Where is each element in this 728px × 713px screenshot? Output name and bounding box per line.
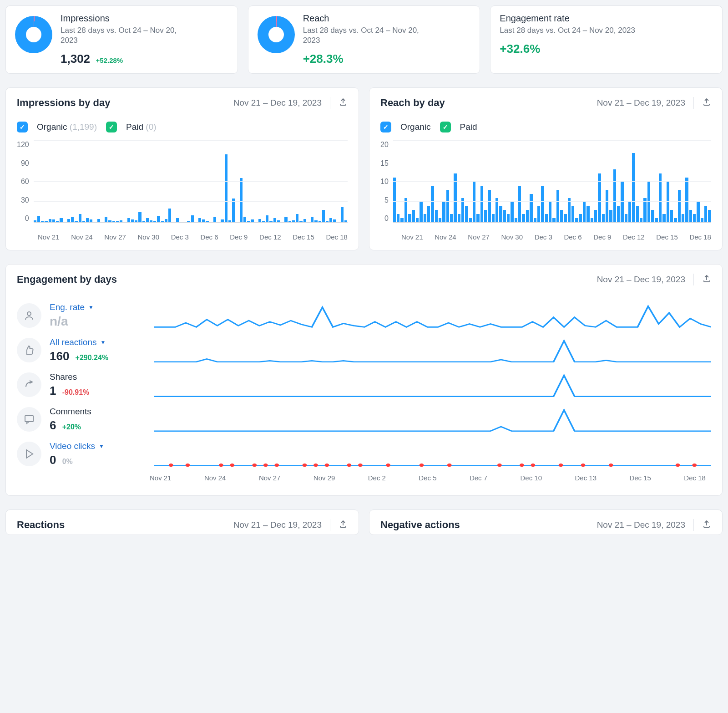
svg-point-18 <box>520 463 524 467</box>
svg-point-20 <box>559 463 563 467</box>
video-icon <box>17 442 41 466</box>
panel-reactions: Reactions Nov 21 – Dec 19, 2023 <box>5 509 359 535</box>
svg-point-13 <box>358 463 363 467</box>
svg-point-22 <box>609 463 613 467</box>
metric-delta: +20% <box>62 423 81 431</box>
date-range: Nov 21 – Dec 19, 2023 <box>233 520 322 530</box>
checkbox-paid[interactable]: ✓ <box>106 122 117 132</box>
rate-icon <box>17 303 41 328</box>
export-icon[interactable] <box>339 519 348 530</box>
svg-point-21 <box>581 463 586 467</box>
divider <box>693 519 694 531</box>
chart-legend: ✓ Organic ✓ Paid <box>380 122 711 132</box>
shares-icon <box>17 372 41 397</box>
metric-label: Comments <box>50 407 91 417</box>
checkbox-organic[interactable]: ✓ <box>17 122 28 132</box>
kpi-title: Impressions <box>61 13 188 24</box>
legend-paid: Paid <box>126 122 143 132</box>
export-icon[interactable] <box>339 97 348 108</box>
metric-value: 160 +290.24% <box>50 349 108 363</box>
date-range: Nov 21 – Dec 19, 2023 <box>233 98 322 108</box>
svg-point-2 <box>169 463 173 467</box>
metric-label[interactable]: Video clicks▼ <box>50 441 104 451</box>
metric-label[interactable]: All reactions▼ <box>50 337 108 347</box>
legend-organic: Organic <box>37 122 67 132</box>
checkbox-paid[interactable]: ✓ <box>440 122 451 132</box>
divider <box>330 97 330 109</box>
panel-title: Negative actions <box>380 519 460 531</box>
svg-point-14 <box>386 463 390 467</box>
kpi-value: +32.6% <box>500 42 540 56</box>
svg-point-10 <box>313 463 318 467</box>
sparkline-video <box>154 440 711 468</box>
sparkline-shares <box>154 371 711 398</box>
svg-point-5 <box>230 463 234 467</box>
kpi-title: Engagement rate <box>500 13 635 24</box>
svg-point-15 <box>420 463 424 467</box>
kpi-row: Impressions Last 28 days vs. Oct 24 – No… <box>5 5 723 74</box>
legend-paid: Paid <box>460 122 477 132</box>
comments-icon <box>17 407 41 432</box>
panel-title: Engagement by days <box>17 274 117 285</box>
divider <box>693 274 694 285</box>
metric-delta: +290.24% <box>76 354 109 362</box>
date-range: Nov 21 – Dec 19, 2023 <box>597 275 685 285</box>
metric-value: n/a <box>50 314 94 329</box>
sparkline-react <box>154 336 711 364</box>
legend-organic: Organic <box>400 122 431 132</box>
metric-delta: 0% <box>62 458 73 465</box>
kpi-title: Reach <box>303 13 430 24</box>
panel-impressions-by-day: Impressions by day Nov 21 – Dec 19, 2023… <box>5 87 359 250</box>
chevron-down-icon: ▼ <box>88 304 94 311</box>
metric-label: Shares <box>50 372 89 382</box>
metric-label[interactable]: Eng. rate▼ <box>50 302 94 312</box>
svg-point-17 <box>497 463 502 467</box>
chevron-down-icon: ▼ <box>101 339 106 346</box>
kpi-reach[interactable]: Reach Last 28 days vs. Oct 24 – Nov 20, … <box>248 5 480 74</box>
chart-legend: ✓ Organic (1,199) ✓ Paid (0) <box>17 122 348 132</box>
svg-point-4 <box>219 463 223 467</box>
kpi-subtitle: Last 28 days vs. Oct 24 – Nov 20, 2023 <box>61 25 188 46</box>
panel-engagement-by-days: Engagement by days Nov 21 – Dec 19, 2023… <box>5 264 723 496</box>
date-range: Nov 21 – Dec 19, 2023 <box>597 520 685 530</box>
svg-point-16 <box>447 463 452 467</box>
svg-point-6 <box>252 463 257 467</box>
checkbox-organic[interactable]: ✓ <box>380 122 391 132</box>
export-icon[interactable] <box>702 97 711 108</box>
donut-icon <box>15 16 52 53</box>
panel-title: Impressions by day <box>17 97 110 109</box>
engagement-row-shares: Shares 1 -90.91% <box>17 367 711 402</box>
divider <box>693 97 694 109</box>
engagement-row-comments: Comments 6 +20% <box>17 402 711 437</box>
kpi-subtitle: Last 28 days vs. Oct 24 – Nov 20, 2023 <box>303 25 430 46</box>
legend-paid-count: (0) <box>146 122 156 132</box>
svg-point-23 <box>676 463 680 467</box>
metric-value: 6 +20% <box>50 418 91 433</box>
engagement-row-rate: Eng. rate▼ n/a <box>17 298 711 333</box>
svg-rect-1 <box>25 416 33 422</box>
export-icon[interactable] <box>702 519 711 530</box>
svg-point-19 <box>531 463 535 467</box>
date-range: Nov 21 – Dec 19, 2023 <box>597 98 685 108</box>
svg-point-9 <box>303 463 307 467</box>
kpi-engagement-rate[interactable]: Engagement rate Last 28 days vs. Oct 24 … <box>490 5 723 74</box>
metric-value: 0 0% <box>50 453 104 467</box>
react-icon <box>17 338 41 362</box>
svg-point-0 <box>27 312 31 316</box>
sparkline-rate <box>154 302 711 329</box>
donut-icon <box>258 16 295 53</box>
chart-reach: 20151050 Nov 21Nov 24Nov 27Nov 30Dec 3De… <box>380 141 711 241</box>
chart-impressions: 1209060300 Nov 21Nov 24Nov 27Nov 30Dec 3… <box>17 141 348 241</box>
export-icon[interactable] <box>702 274 711 285</box>
svg-point-7 <box>263 463 268 467</box>
kpi-value: 1,302 <box>61 52 90 66</box>
metric-delta: -90.91% <box>62 388 90 396</box>
panel-reach-by-day: Reach by day Nov 21 – Dec 19, 2023 ✓ Org… <box>369 87 723 250</box>
kpi-delta: +52.28% <box>96 56 123 64</box>
svg-point-24 <box>692 463 697 467</box>
panel-title: Reactions <box>17 519 65 531</box>
svg-point-3 <box>186 463 190 467</box>
kpi-subtitle: Last 28 days vs. Oct 24 – Nov 20, 2023 <box>500 25 635 36</box>
svg-point-11 <box>325 463 329 467</box>
kpi-impressions[interactable]: Impressions Last 28 days vs. Oct 24 – No… <box>5 5 238 74</box>
